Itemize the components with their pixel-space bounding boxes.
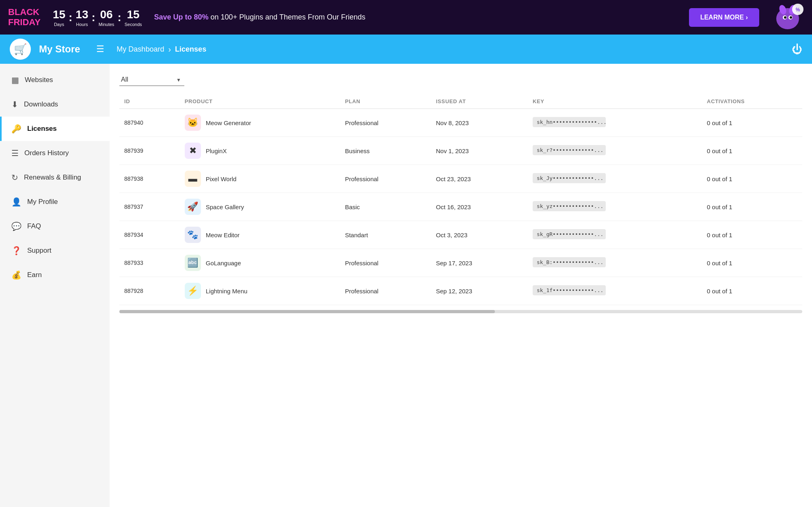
sidebar-item-orders-history[interactable]: ☰ Orders History — [0, 141, 110, 165]
cell-id: 887939 — [119, 137, 180, 165]
col-issued-at: ISSUED AT — [431, 94, 528, 109]
menu-icon[interactable]: ☰ — [96, 44, 104, 54]
sidebar-item-earn[interactable]: 💰 Earn — [0, 263, 110, 287]
banner-logo-line1: BLACK — [8, 7, 39, 17]
main-layout: ▦ Websites ⬇ Downloads 🔑 Licenses ☰ Orde… — [0, 64, 812, 507]
cell-activations: 0 out of 1 — [702, 193, 802, 221]
table-row[interactable]: 887937 🚀 Space Gallery Basic Oct 16, 202… — [119, 193, 802, 221]
sidebar-item-downloads[interactable]: ⬇ Downloads — [0, 92, 110, 117]
cell-key: sk_Jy•••••••••••••... — [528, 165, 702, 193]
cell-key: sk_yz•••••••••••••... — [528, 193, 702, 221]
cell-key: sk_1f•••••••••••••... — [528, 277, 702, 305]
countdown-sep-2: : — [92, 11, 95, 24]
cell-product: 🚀 Space Gallery — [180, 193, 340, 221]
cell-plan: Professional — [340, 109, 431, 137]
product-icon: 🚀 — [185, 199, 201, 215]
websites-icon: ▦ — [11, 75, 19, 85]
countdown-minutes: 06 Minutes — [99, 8, 114, 27]
orders-icon: ☰ — [11, 148, 19, 158]
sidebar-label-profile: My Profile — [27, 198, 58, 206]
scrollbar-thumb[interactable] — [119, 310, 495, 313]
product-name: Lightning Menu — [206, 288, 248, 295]
sidebar-label-websites: Websites — [25, 76, 53, 84]
table-row[interactable]: 887928 ⚡ Lightning Menu Professional Sep… — [119, 277, 802, 305]
sidebar-label-renewals: Renewals & Billing — [24, 173, 81, 182]
product-name: GoLanguage — [206, 260, 241, 266]
cell-key: sk_gR•••••••••••••... — [528, 221, 702, 249]
product-icon: 🐾 — [185, 227, 201, 243]
sidebar-item-my-profile[interactable]: 👤 My Profile — [0, 190, 110, 214]
license-key[interactable]: sk_r?•••••••••••••... — [533, 145, 606, 155]
cell-product: 🐾 Meow Editor — [180, 221, 340, 249]
cell-issued-at: Oct 3, 2023 — [431, 221, 528, 249]
cell-activations: 0 out of 1 — [702, 249, 802, 277]
license-key[interactable]: sk_hn••••••••••••••... — [533, 117, 606, 127]
sidebar-label-earn: Earn — [27, 271, 42, 279]
product-icon: 🐱 — [185, 115, 201, 131]
learn-more-button[interactable]: LEARN MORE › — [689, 8, 759, 27]
cell-product: ⚡ Lightning Menu — [180, 277, 340, 305]
breadcrumb-separator: › — [168, 45, 171, 54]
downloads-icon: ⬇ — [11, 100, 18, 109]
col-product: PRODUCT — [180, 94, 340, 109]
power-icon[interactable]: ⏻ — [792, 43, 802, 56]
sidebar-item-licenses[interactable]: 🔑 Licenses — [0, 117, 110, 141]
cell-id: 887937 — [119, 193, 180, 221]
cell-key: sk_r?•••••••••••••... — [528, 137, 702, 165]
sidebar-label-support: Support — [27, 247, 52, 255]
svg-text:%: % — [796, 7, 800, 13]
product-name: Pixel World — [206, 176, 237, 182]
table-row[interactable]: 887934 🐾 Meow Editor Standart Oct 3, 202… — [119, 221, 802, 249]
table-row[interactable]: 887939 ✖ PluginX Business Nov 1, 2023 sk… — [119, 137, 802, 165]
earn-icon: 💰 — [11, 270, 22, 280]
profile-icon: 👤 — [11, 197, 22, 207]
countdown-sep-1: : — [69, 11, 72, 24]
sidebar-item-websites[interactable]: ▦ Websites — [0, 68, 110, 92]
product-icon: ⚡ — [185, 283, 201, 299]
horizontal-scrollbar[interactable] — [119, 310, 802, 313]
renewals-icon: ↻ — [11, 173, 18, 182]
cell-id: 887940 — [119, 109, 180, 137]
filter-row: All Active Expired Cancelled — [119, 74, 802, 86]
col-activations: ACTIVATIONS — [702, 94, 802, 109]
license-key[interactable]: sk_yz•••••••••••••... — [533, 201, 606, 211]
countdown-hours: 13 Hours — [76, 8, 88, 27]
cell-plan: Standart — [340, 221, 431, 249]
countdown-days: 15 Days — [53, 8, 65, 27]
banner-logo-line2: FRIDAY — [8, 17, 41, 27]
store-name: My Store — [39, 43, 80, 55]
sidebar-item-renewals[interactable]: ↻ Renewals & Billing — [0, 165, 110, 190]
license-key[interactable]: sk_gR•••••••••••••... — [533, 229, 606, 239]
table-row[interactable]: 887933 🔤 GoLanguage Professional Sep 17,… — [119, 249, 802, 277]
license-key[interactable]: sk_B:•••••••••••••... — [533, 257, 606, 267]
sidebar-label-faq: FAQ — [27, 222, 41, 230]
cell-issued-at: Sep 17, 2023 — [431, 249, 528, 277]
cell-issued-at: Nov 1, 2023 — [431, 137, 528, 165]
filter-select[interactable]: All Active Expired Cancelled — [119, 74, 184, 86]
main-content: All Active Expired Cancelled ID PRODUCT … — [110, 64, 812, 507]
license-key[interactable]: sk_1f•••••••••••••... — [533, 285, 606, 295]
countdown: 15 Days : 13 Hours : 06 Minutes : 15 Sec… — [53, 8, 142, 27]
support-icon: ❓ — [11, 246, 22, 256]
banner-mascot: % — [771, 3, 804, 32]
black-friday-banner: BLACK FRIDAY 15 Days : 13 Hours : 06 Min… — [0, 0, 812, 35]
cell-product: 🐱 Meow Generator — [180, 109, 340, 137]
countdown-seconds: 15 Seconds — [125, 8, 142, 27]
cell-issued-at: Nov 8, 2023 — [431, 109, 528, 137]
license-key[interactable]: sk_Jy•••••••••••••... — [533, 173, 606, 183]
product-name: PluginX — [206, 147, 227, 154]
sidebar-item-support[interactable]: ❓ Support — [0, 238, 110, 263]
countdown-sep-3: : — [117, 11, 121, 24]
table-header: ID PRODUCT PLAN ISSUED AT KEY ACTIVATION… — [119, 94, 802, 109]
table-row[interactable]: 887940 🐱 Meow Generator Professional Nov… — [119, 109, 802, 137]
product-name: Meow Generator — [206, 119, 251, 126]
breadcrumb: My Dashboard › Licenses — [117, 45, 206, 54]
sidebar: ▦ Websites ⬇ Downloads 🔑 Licenses ☰ Orde… — [0, 64, 110, 507]
licenses-icon: 🔑 — [11, 124, 22, 134]
cell-issued-at: Oct 16, 2023 — [431, 193, 528, 221]
svg-point-5 — [784, 16, 786, 19]
table-row[interactable]: 887938 ▬ Pixel World Professional Oct 23… — [119, 165, 802, 193]
product-icon: 🔤 — [185, 255, 201, 271]
sidebar-item-faq[interactable]: 💬 FAQ — [0, 214, 110, 238]
filter-select-wrap[interactable]: All Active Expired Cancelled — [119, 74, 184, 86]
